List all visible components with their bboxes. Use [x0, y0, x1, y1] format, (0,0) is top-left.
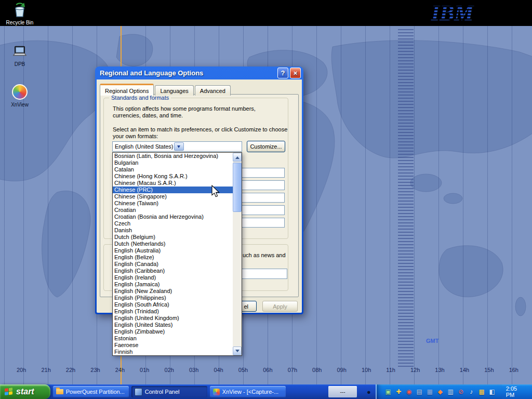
timezone-label: 22h — [66, 367, 75, 373]
language-list-item[interactable]: English (Caribbean) — [113, 268, 233, 274]
tray-icon[interactable]: ▦ — [425, 388, 434, 396]
start-button[interactable]: start — [0, 384, 50, 399]
language-list-item[interactable]: Bosnian (Latin, Bosnia and Herzegovina) — [113, 153, 233, 159]
language-list-item[interactable]: Chinese (Taiwan) — [113, 200, 233, 207]
list-scrollbar[interactable] — [233, 153, 242, 355]
scrollbar-thumb[interactable] — [233, 163, 242, 212]
desktop-icon-label: XnView — [5, 102, 34, 108]
timezone-label: 13h — [435, 367, 444, 373]
timezone-label: 15h — [484, 367, 494, 373]
control-panel-icon — [135, 388, 142, 396]
taskbar-item-label: XnView - [<Capture-... — [222, 389, 278, 395]
language-list-item[interactable]: Chinese (Hong Kong S.A.R.) — [113, 173, 233, 180]
timezone-label: 20h — [17, 367, 26, 373]
tray-icon[interactable]: ◧ — [488, 388, 497, 396]
combobox-dropdown-button[interactable] — [174, 142, 184, 151]
timezone-label: 07h — [288, 367, 297, 373]
tray-icon[interactable]: ◉ — [405, 388, 414, 396]
dialog-title: Regional and Language Options — [100, 69, 203, 77]
timezone-label-row: 20h21h22h23h24h01h02h03h04h05h06h07h08h0… — [17, 367, 518, 373]
language-list-item[interactable]: Faeroese — [113, 342, 233, 349]
language-list-item[interactable]: Catalan — [113, 166, 233, 173]
format-combobox-value: English (United States) — [115, 143, 174, 150]
language-list-item[interactable]: English (Zimbabwe) — [113, 328, 233, 335]
standards-description: This option affects how some programs fo… — [113, 105, 284, 119]
tab-languages[interactable]: Languages — [155, 85, 193, 96]
scroll-up-button[interactable] — [233, 153, 242, 162]
language-list-item[interactable]: English (Philippines) — [113, 295, 233, 301]
timezone-label: 23h — [90, 367, 100, 373]
tray-icon[interactable]: ▩ — [477, 388, 486, 396]
language-list-item[interactable]: Dutch (Belgium) — [113, 234, 233, 241]
tab-regional-options[interactable]: Regional Options — [100, 84, 154, 96]
desktop-icon-xnview[interactable]: XnView — [5, 83, 34, 108]
ibm-logo: IBM — [430, 1, 487, 27]
standards-instruction: Select an item to match its preferences,… — [113, 126, 289, 140]
language-list-item[interactable]: Chinese (Singapore) — [113, 193, 233, 200]
timezone-label: 02h — [165, 367, 174, 373]
language-list-item[interactable]: Croatian (Bosnia and Herzegovina) — [113, 214, 233, 220]
language-list-item[interactable]: Estonian — [113, 335, 233, 342]
recycle-bin-icon — [11, 2, 29, 19]
taskbar-item-control-panel[interactable]: Control Panel — [131, 386, 207, 397]
timezone-label: 04h — [214, 367, 223, 373]
tray-icon[interactable]: ⊘ — [457, 388, 466, 396]
desktop: Recycle Bin IBM — [0, 0, 532, 399]
language-list-item[interactable]: Bulgarian — [113, 159, 233, 166]
clock-area[interactable]: 2:05 PM — [502, 384, 532, 399]
dateline-hatch — [398, 29, 414, 367]
desktop-icon-label: DPB — [5, 61, 34, 67]
customize-button[interactable]: Customize... — [247, 141, 285, 152]
dialog-title-bar[interactable]: Regional and Language Options ? × — [97, 66, 302, 79]
tray-icon[interactable]: ▣ — [384, 388, 393, 396]
tray-icon[interactable]: ♪ — [467, 388, 476, 396]
timezone-label: 03h — [189, 367, 198, 373]
ibm-logo-text: IBM — [431, 1, 474, 25]
desktop-icon-recycle-bin[interactable]: Recycle Bin — [5, 2, 34, 25]
timezone-label: 16h — [509, 367, 518, 373]
timezone-label: 10h — [362, 367, 371, 373]
language-list-item[interactable]: Danish — [113, 227, 233, 234]
language-list-item[interactable]: English (New Zealand) — [113, 288, 233, 295]
language-list-item[interactable]: Chinese (PRC) — [113, 187, 233, 193]
taskbar-item-xnview[interactable]: XnView - [<Capture-... — [210, 386, 286, 397]
language-list-item[interactable]: English (United States) — [113, 322, 233, 328]
timezone-label: 11h — [386, 367, 395, 373]
tray-icon[interactable]: ◆ — [436, 388, 445, 396]
tray-icon[interactable]: ▥ — [446, 388, 455, 396]
timezone-label: 08h — [312, 367, 322, 373]
desktop-icon-dpb[interactable]: DPB — [5, 44, 34, 67]
close-icon[interactable]: × — [290, 68, 301, 78]
language-list-item[interactable]: English (United Kingdom) — [113, 315, 233, 322]
language-list-item[interactable]: Croatian — [113, 207, 233, 214]
taskbar-item-label: Control Panel — [145, 389, 180, 395]
scroll-down-button[interactable] — [233, 347, 242, 355]
folder-icon — [56, 389, 63, 394]
language-list-item[interactable]: Dutch (Netherlands) — [113, 241, 233, 247]
format-combobox[interactable]: English (United States) — [112, 141, 242, 152]
language-list-item[interactable]: English (Belize) — [113, 254, 233, 261]
language-list-item[interactable]: Chinese (Macau S.A.R.) — [113, 180, 233, 187]
tab-advanced[interactable]: Advanced — [195, 85, 231, 96]
taskbar-item-powerquest[interactable]: PowerQuest Partition... — [53, 386, 129, 397]
language-list-item[interactable]: English (Jamaica) — [113, 281, 233, 288]
xnview-icon — [213, 389, 220, 395]
taskbar-mini-button[interactable]: --- — [328, 386, 357, 397]
language-list-item[interactable]: English (Trinidad) — [113, 308, 233, 315]
language-list-item[interactable]: English (Canada) — [113, 261, 233, 268]
taskbar-clock: 2:05 PM — [506, 385, 527, 398]
timezone-label: 06h — [263, 367, 272, 373]
language-list-item[interactable]: English (South Africa) — [113, 301, 233, 308]
taskbar-program-icon[interactable]: ● — [362, 388, 376, 396]
timezone-label: 12h — [410, 367, 420, 373]
tray-icon[interactable]: ▤ — [415, 388, 424, 396]
language-list-item[interactable]: Finnish — [113, 349, 233, 355]
language-list-item[interactable]: Czech — [113, 220, 233, 227]
taskbar-item-label: PowerQuest Partition... — [66, 389, 125, 395]
help-button[interactable]: ? — [277, 68, 288, 78]
apply-button[interactable]: Apply — [262, 301, 298, 312]
tray-icon[interactable]: ✚ — [394, 388, 403, 396]
system-tray: ▣✚◉▤▦◆▥⊘♪▩◧ — [376, 384, 502, 399]
language-list-item[interactable]: English (Australia) — [113, 247, 233, 254]
language-list-item[interactable]: English (Ireland) — [113, 274, 233, 281]
